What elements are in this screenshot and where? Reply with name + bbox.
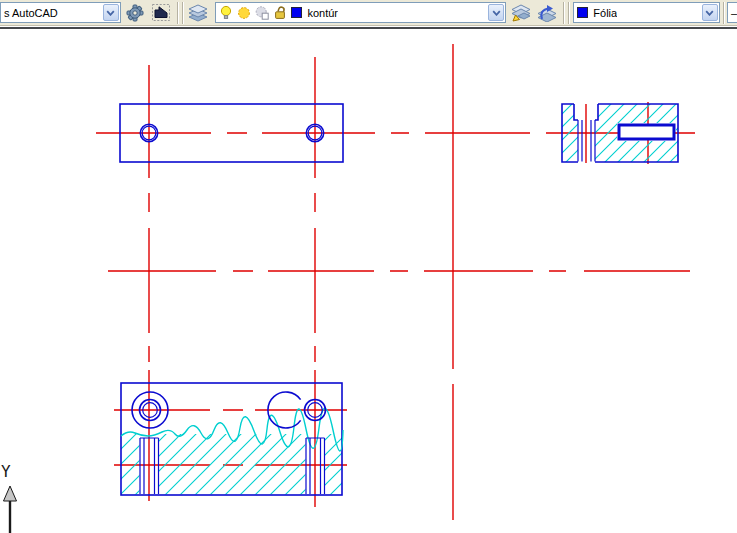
drawing-canvas[interactable]: Y: [0, 0, 737, 533]
layer-value: kontúr: [307, 7, 338, 19]
plan-view[interactable]: [121, 383, 343, 495]
gear-icon: [126, 4, 144, 22]
my-workspace-button[interactable]: [149, 2, 173, 24]
workspace-dropdown-button[interactable]: [103, 4, 119, 21]
layers-icon: [187, 4, 209, 22]
ucs-y-label: Y: [1, 462, 11, 481]
color-value: Fólia: [593, 7, 617, 19]
toolbar-separator: [177, 2, 179, 24]
workspace-combobox[interactable]: s AutoCAD: [0, 2, 121, 23]
color-combobox[interactable]: Fólia: [573, 2, 720, 23]
toolbar-edge: [0, 27, 737, 29]
chevron-down-icon: [492, 10, 501, 16]
toolbar-separator: [568, 2, 570, 24]
toolbar-separator: [563, 2, 565, 24]
make-layer-current-button[interactable]: [509, 2, 533, 24]
chevron-down-icon: [705, 10, 714, 16]
layer-properties-button[interactable]: [186, 2, 212, 24]
my-workspace-icon: [152, 4, 170, 21]
layer-previous-button[interactable]: [535, 2, 559, 24]
layer-freeze-toggle[interactable]: [237, 6, 251, 20]
layer-vp-freeze-toggle[interactable]: [255, 6, 269, 20]
layer-color-swatch[interactable]: [291, 7, 302, 18]
workspace-settings-button[interactable]: [123, 2, 147, 24]
linetype-partial-value: –: [731, 7, 737, 19]
layer-previous-icon: [537, 4, 557, 22]
toolbar-separator: [182, 2, 184, 24]
chevron-down-icon: [106, 10, 115, 16]
linetype-combobox-partial[interactable]: –: [727, 2, 737, 23]
color-dropdown-button[interactable]: [702, 4, 718, 21]
lightbulb-icon: [219, 5, 233, 20]
application-window: Y s AutoCAD: [0, 0, 737, 533]
layer-on-toggle[interactable]: [219, 5, 233, 20]
sun-icon: [237, 6, 251, 20]
viewport-freeze-icon: [255, 6, 269, 20]
layer-combobox[interactable]: kontúr: [215, 2, 506, 23]
layer-dropdown-button[interactable]: [488, 4, 504, 21]
toolbar: s AutoCAD: [0, 0, 737, 26]
lock-icon: [273, 5, 287, 20]
workspace-value: s AutoCAD: [4, 7, 58, 19]
toolbar-separator: [723, 2, 725, 24]
layer-lock-toggle[interactable]: [273, 5, 287, 20]
layer-current-icon: [511, 4, 531, 22]
ucs-arrowhead: [4, 486, 17, 501]
section-keyway-slot[interactable]: [619, 125, 674, 139]
ucs-icon: Y: [1, 462, 17, 533]
current-color-swatch: [577, 7, 588, 18]
